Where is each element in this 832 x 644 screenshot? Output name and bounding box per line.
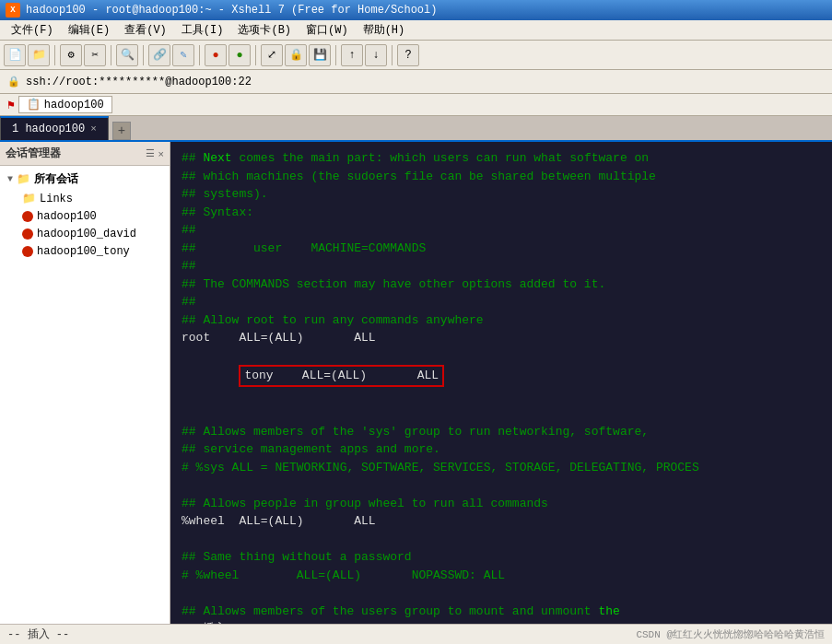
status-bar: -- 插入 -- CSDN @红红火火恍恍惚惚哈哈哈哈黄浩恒 [0,624,832,644]
sidebar-item-hadoop100-david[interactable]: hadoop100_david [18,226,166,242]
tree-root-item[interactable]: ▼ 📁 所有会话 [4,170,166,189]
copy-btn[interactable]: ⚙ [60,44,82,66]
title-text: hadoop100 - root@hadoop100:~ - Xshell 7 … [26,4,437,17]
menu-view[interactable]: 查看(V) [117,20,174,40]
toolbar-sep-6 [335,45,336,65]
save-btn[interactable]: 💾 [309,44,331,66]
flag-icon: ⚑ [7,98,15,112]
terminal-line-11: root ALL=(ALL) ALL [182,329,821,347]
sidebar-close-btn[interactable]: × [158,148,164,159]
host-icon-1 [22,211,33,222]
sidebar-title: 会话管理器 [6,146,61,161]
terminal-line-1: ## Next comes the main part: which users… [182,149,821,168]
sidebar-controls: ☰ × [146,147,164,159]
sidebar-header: 会话管理器 ☰ × [0,142,170,166]
edit-btn[interactable]: ✎ [172,44,194,66]
lock-icon: 🔒 [7,76,20,88]
terminal-line-14: ## Allows members of the 'sys' group to … [182,423,821,441]
toolbar-sep-7 [392,45,393,65]
hadoop100-label: hadoop100 [37,210,97,223]
terminal-line-21: ## Same thing without a password [182,548,821,567]
resize-btn[interactable]: ⤢ [261,44,283,66]
toolbar-sep-1 [54,45,55,65]
host-icon-2 [22,228,33,240]
terminal-line-19: %wheel ALL=(ALL) ALL [182,512,821,531]
terminal-line-22: # %wheel ALL=(ALL) NOPASSWD: ALL [182,567,821,585]
red-btn[interactable]: ● [205,44,227,66]
links-label: Links [40,193,73,205]
menu-tools[interactable]: 工具(I) [174,20,231,40]
address-text: ssh://root:**********@hadoop100:22 [26,76,252,88]
folder-icon: 📁 [22,192,36,205]
toolbar: 📄 📁 ⚙ ✂ 🔍 🔗 ✎ ● ● ⤢ 🔒 💾 ↑ ↓ ? [0,41,832,70]
active-tab[interactable]: 1 hadoop100 × [0,116,109,140]
open-btn[interactable]: 📁 [28,44,50,66]
hadoop100-david-label: hadoop100_david [37,228,136,240]
terminal-line-20 [182,531,821,549]
hadoop100-tony-label: hadoop100_tony [37,245,130,258]
sidebar-item-hadoop100-tony[interactable]: hadoop100_tony [18,243,166,260]
conn-btn[interactable]: 🔗 [148,44,170,66]
search-btn[interactable]: 🔍 [116,44,138,66]
terminal-line-15: ## service management apps and more. [182,440,821,459]
tree-root: ▼ 📁 所有会话 📁 Links hadoop100 [4,170,166,260]
expand-icon: ▼ [7,174,13,184]
watermark-text: CSDN @红红火火恍恍惚惚哈哈哈哈黄浩恒 [636,627,825,641]
toolbar-sep-4 [199,45,200,65]
menu-file[interactable]: 文件(F) [4,20,61,40]
root-label: 所有会话 [34,171,78,187]
app-window: X hadoop100 - root@hadoop100:~ - Xshell … [0,0,832,644]
terminal-line-6: ## user MACHINE=COMMANDS [182,240,821,258]
insert-mode-label: -- 插入 -- [7,626,69,642]
tab-add-btn[interactable]: + [112,122,131,140]
terminal-line-18: ## Allows people in group wheel to run a… [182,495,821,513]
terminal-line-9: ## [182,293,821,311]
terminal-line-7: ## [182,257,821,275]
toolbar-sep-2 [111,45,111,65]
terminal-line-13 [182,404,821,423]
sidebar-item-links[interactable]: 📁 Links [18,190,166,207]
terminal-line-3: ## systems). [182,185,821,204]
menu-bar: 文件(F) 编辑(E) 查看(V) 工具(I) 选项卡(B) 窗口(W) 帮助(… [0,20,832,41]
toolbar-sep-3 [143,45,144,65]
tab-bar: 1 hadoop100 × + [0,116,832,142]
app-icon: X [6,3,20,18]
terminal-line-24: ## Allows members of the users group to … [182,603,821,621]
sidebar-pin-btn[interactable]: ☰ [146,147,155,159]
cut-btn[interactable]: ✂ [84,44,106,66]
help-btn[interactable]: ? [397,44,419,66]
sidebar-content: ▼ 📁 所有会话 📁 Links hadoop100 [0,166,170,624]
session-tab[interactable]: 📋 hadoop100 [18,96,112,113]
upload-btn[interactable]: ↑ [341,44,363,66]
terminal-line-10: ## Allow root to run any commands anywhe… [182,311,821,330]
terminal-line-2: ## which machines (the sudoers file can … [182,168,821,186]
sidebar: 会话管理器 ☰ × ▼ 📁 所有会话 📁 Links [0,142,170,624]
new-btn[interactable]: 📄 [4,44,26,66]
address-bar: 🔒 ssh://root:**********@hadoop100:22 [0,70,832,94]
green-btn[interactable]: ● [229,44,251,66]
title-bar: X hadoop100 - root@hadoop100:~ - Xshell … [0,0,832,20]
menu-help[interactable]: 帮助(H) [356,20,413,40]
terminal-line-16: # %sys ALL = NETWORKING, SOFTWARE, SERVI… [182,459,821,477]
tab-label: 1 hadoop100 [12,123,85,135]
terminal-line-17 [182,476,821,495]
session-name-text: hadoop100 [44,99,104,111]
session-name-icon: 📋 [27,98,41,111]
tree-children: 📁 Links hadoop100 hadoop100_david [18,190,166,260]
root-folder-icon: 📁 [17,172,30,186]
tab-close-btn[interactable]: × [90,123,97,135]
toolbar-sep-5 [255,45,256,65]
menu-edit[interactable]: 编辑(E) [61,20,118,40]
terminal-line-12-highlighted: tony ALL=(ALL) ALL [182,347,821,405]
download-btn[interactable]: ↓ [365,44,387,66]
menu-tabs[interactable]: 选项卡(B) [230,20,299,40]
sidebar-item-hadoop100[interactable]: hadoop100 [18,208,166,225]
menu-window[interactable]: 窗口(W) [299,20,356,40]
highlighted-tony-line: tony ALL=(ALL) ALL [239,365,444,387]
body-area: 会话管理器 ☰ × ▼ 📁 所有会话 📁 Links [0,142,832,624]
lock-btn[interactable]: 🔒 [285,44,307,66]
terminal-line-23 [182,584,821,603]
host-icon-3 [22,246,33,257]
terminal-area[interactable]: ## Next comes the main part: which users… [170,142,832,624]
terminal-line-8: ## The COMMANDS section may have other o… [182,275,821,294]
